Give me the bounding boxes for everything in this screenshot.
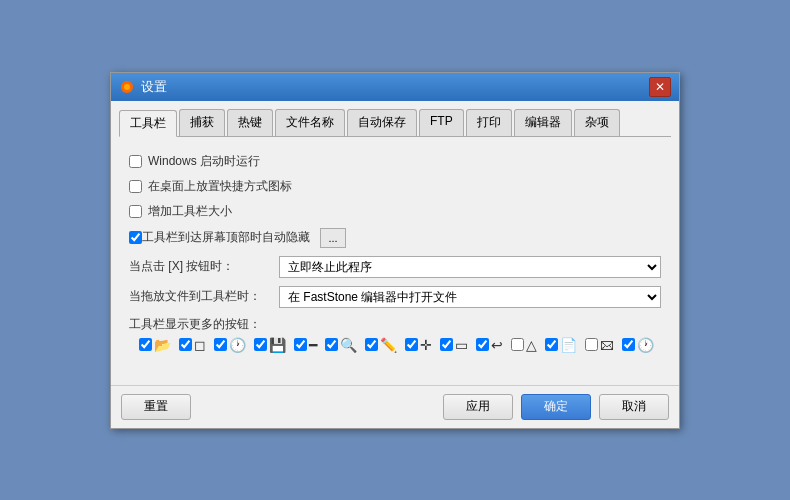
buttons-grid: 📂 ◻ 🕐 💾 ━ xyxy=(139,337,661,353)
tab-autosave[interactable]: 自动保存 xyxy=(347,109,417,136)
reset-button[interactable]: 重置 xyxy=(121,394,191,420)
btn-icon-1: 📂 xyxy=(154,337,171,353)
btn-item-9: ▭ xyxy=(440,337,468,353)
more-buttons-section: 工具栏显示更多的按钮： 📂 ◻ 🕐 xyxy=(129,316,661,353)
btn-cb-6[interactable] xyxy=(325,338,338,351)
btn-icon-10: ↩ xyxy=(491,337,503,353)
windows-startup-row: Windows 启动时运行 xyxy=(129,153,661,170)
btn-icon-5: ━ xyxy=(309,337,317,353)
btn-item-14: 🕐 xyxy=(622,337,654,353)
btn-icon-9: ▭ xyxy=(455,337,468,353)
btn-icon-13: 🖂 xyxy=(600,337,614,353)
btn-cb-7[interactable] xyxy=(365,338,378,351)
options-panel: Windows 启动时运行 在桌面上放置快捷方式图标 增加工具栏大小 工具栏到达… xyxy=(119,147,671,367)
tab-toolbar[interactable]: 工具栏 xyxy=(119,110,177,137)
btn-cb-13[interactable] xyxy=(585,338,598,351)
btn-cb-8[interactable] xyxy=(405,338,418,351)
apply-button[interactable]: 应用 xyxy=(443,394,513,420)
auto-hide-row: 工具栏到达屏幕顶部时自动隐藏 ... xyxy=(129,228,661,248)
window-content: 工具栏 捕获 热键 文件名称 自动保存 FTP 打印 编辑器 杂项 Window… xyxy=(111,101,679,375)
drag-file-label: 当拖放文件到工具栏时： xyxy=(129,288,279,305)
btn-item-12: 📄 xyxy=(545,337,577,353)
tab-ftp[interactable]: FTP xyxy=(419,109,464,136)
tab-filename[interactable]: 文件名称 xyxy=(275,109,345,136)
tab-hotkeys[interactable]: 热键 xyxy=(227,109,273,136)
drag-file-row: 当拖放文件到工具栏时： 在 FastStone 编辑器中打开文件 xyxy=(129,286,661,308)
click-x-select[interactable]: 立即终止此程序 xyxy=(279,256,661,278)
bottom-right-buttons: 应用 确定 取消 xyxy=(443,394,669,420)
drag-file-select[interactable]: 在 FastStone 编辑器中打开文件 xyxy=(279,286,661,308)
desktop-icon-row: 在桌面上放置快捷方式图标 xyxy=(129,178,661,195)
btn-cb-1[interactable] xyxy=(139,338,152,351)
title-bar: 设置 ✕ xyxy=(111,73,679,101)
increase-toolbar-label: 增加工具栏大小 xyxy=(148,203,232,220)
ok-button[interactable]: 确定 xyxy=(521,394,591,420)
btn-cb-2[interactable] xyxy=(179,338,192,351)
close-button[interactable]: ✕ xyxy=(649,77,671,97)
windows-startup-label: Windows 启动时运行 xyxy=(148,153,260,170)
btn-cb-4[interactable] xyxy=(254,338,267,351)
btn-icon-11: △ xyxy=(526,337,537,353)
windows-startup-checkbox[interactable] xyxy=(129,155,142,168)
bottom-left-buttons: 重置 xyxy=(121,394,191,420)
settings-window: 设置 ✕ 工具栏 捕获 热键 文件名称 自动保存 FTP 打印 编辑器 杂项 W… xyxy=(110,72,680,429)
desktop-icon-checkbox[interactable] xyxy=(129,180,142,193)
btn-item-3: 🕐 xyxy=(214,337,246,353)
btn-icon-7: ✏️ xyxy=(380,337,397,353)
btn-cb-12[interactable] xyxy=(545,338,558,351)
ellipsis-button[interactable]: ... xyxy=(320,228,346,248)
click-x-label: 当点击 [X] 按钮时： xyxy=(129,258,279,275)
more-buttons-label: 工具栏显示更多的按钮： xyxy=(129,316,661,333)
increase-toolbar-row: 增加工具栏大小 xyxy=(129,203,661,220)
click-x-row: 当点击 [X] 按钮时： 立即终止此程序 xyxy=(129,256,661,278)
increase-toolbar-checkbox[interactable] xyxy=(129,205,142,218)
tab-capture[interactable]: 捕获 xyxy=(179,109,225,136)
btn-item-11: △ xyxy=(511,337,537,353)
btn-icon-6: 🔍 xyxy=(340,337,357,353)
app-icon xyxy=(119,79,135,95)
auto-hide-label: 工具栏到达屏幕顶部时自动隐藏 xyxy=(142,229,310,246)
btn-item-13: 🖂 xyxy=(585,337,614,353)
btn-icon-14: 🕐 xyxy=(637,337,654,353)
svg-point-1 xyxy=(124,84,130,90)
btn-item-1: 📂 xyxy=(139,337,171,353)
auto-hide-checkbox[interactable] xyxy=(129,231,142,244)
btn-icon-8: ✛ xyxy=(420,337,432,353)
bottom-bar: 重置 应用 确定 取消 xyxy=(111,385,679,428)
btn-icon-4: 💾 xyxy=(269,337,286,353)
tab-editor[interactable]: 编辑器 xyxy=(514,109,572,136)
btn-cb-9[interactable] xyxy=(440,338,453,351)
btn-item-6: 🔍 xyxy=(325,337,357,353)
btn-cb-11[interactable] xyxy=(511,338,524,351)
btn-item-4: 💾 xyxy=(254,337,286,353)
btn-icon-12: 📄 xyxy=(560,337,577,353)
window-title: 设置 xyxy=(141,78,649,96)
btn-cb-10[interactable] xyxy=(476,338,489,351)
btn-item-5: ━ xyxy=(294,337,317,353)
btn-cb-14[interactable] xyxy=(622,338,635,351)
desktop-icon-label: 在桌面上放置快捷方式图标 xyxy=(148,178,292,195)
btn-cb-3[interactable] xyxy=(214,338,227,351)
tab-misc[interactable]: 杂项 xyxy=(574,109,620,136)
btn-item-8: ✛ xyxy=(405,337,432,353)
btn-icon-3: 🕐 xyxy=(229,337,246,353)
btn-item-7: ✏️ xyxy=(365,337,397,353)
btn-icon-2: ◻ xyxy=(194,337,206,353)
btn-cb-5[interactable] xyxy=(294,338,307,351)
btn-item-2: ◻ xyxy=(179,337,206,353)
tab-bar: 工具栏 捕获 热键 文件名称 自动保存 FTP 打印 编辑器 杂项 xyxy=(119,109,671,137)
cancel-button[interactable]: 取消 xyxy=(599,394,669,420)
tab-print[interactable]: 打印 xyxy=(466,109,512,136)
btn-item-10: ↩ xyxy=(476,337,503,353)
